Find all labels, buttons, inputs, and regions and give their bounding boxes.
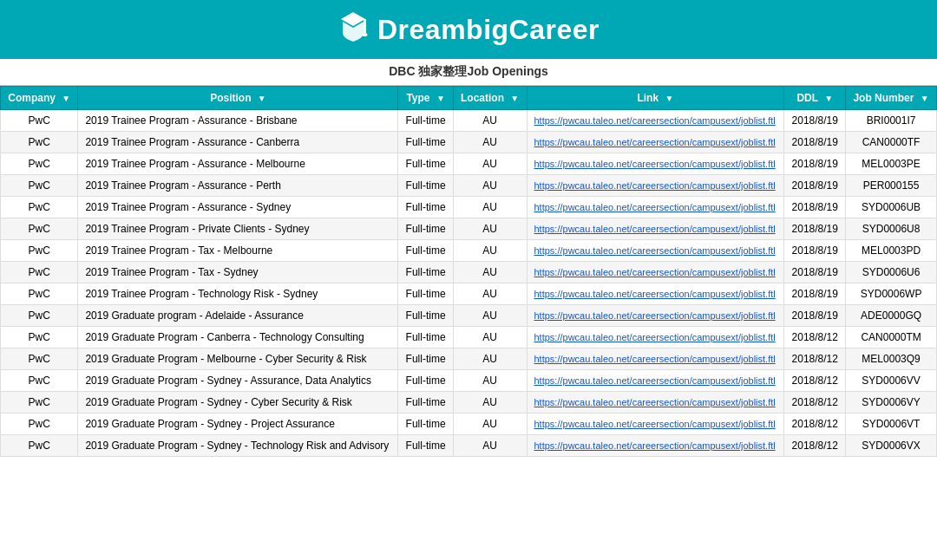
cell-link[interactable]: https://pwcau.taleo.net/careersection/ca… (527, 392, 784, 413)
cell-link[interactable]: https://pwcau.taleo.net/careersection/ca… (527, 370, 784, 392)
cell-position: 2019 Graduate Program - Sydney - Assuran… (78, 370, 398, 392)
cell-type: Full-time (398, 197, 453, 218)
job-link[interactable]: https://pwcau.taleo.net/careersection/ca… (534, 267, 776, 277)
job-link[interactable]: https://pwcau.taleo.net/careersection/ca… (534, 440, 776, 451)
cell-location: AU (453, 413, 527, 435)
cell-job-number: CAN0000TF (846, 132, 937, 153)
cell-job-number: SYD0006VT (846, 413, 937, 435)
cell-ddl: 2018/8/19 (784, 110, 846, 132)
job-link[interactable]: https://pwcau.taleo.net/careersection/ca… (534, 137, 776, 147)
cell-type: Full-time (398, 262, 453, 283)
job-link[interactable]: https://pwcau.taleo.net/careersection/ca… (534, 245, 776, 256)
cell-location: AU (453, 110, 527, 132)
cell-type: Full-time (398, 348, 453, 370)
cell-location: AU (453, 153, 527, 175)
subtitle-bar: DBC 独家整理Job Openings (0, 59, 937, 86)
job-link[interactable]: https://pwcau.taleo.net/careersection/ca… (534, 419, 776, 429)
job-number-filter-icon[interactable]: ▼ (921, 94, 929, 103)
cell-ddl: 2018/8/12 (784, 370, 846, 392)
cell-link[interactable]: https://pwcau.taleo.net/careersection/ca… (527, 132, 784, 153)
cell-link[interactable]: https://pwcau.taleo.net/careersection/ca… (527, 197, 784, 218)
svg-rect-0 (364, 19, 366, 33)
job-link[interactable]: https://pwcau.taleo.net/careersection/ca… (534, 397, 776, 407)
cell-location: AU (453, 348, 527, 370)
position-filter-icon[interactable]: ▼ (258, 94, 266, 103)
job-link[interactable]: https://pwcau.taleo.net/careersection/ca… (534, 115, 776, 126)
cell-job-number: ADE0000GQ (846, 305, 937, 327)
table-row: PwC2019 Graduate program - Adelaide - As… (1, 305, 937, 327)
col-position[interactable]: Position ▼ (78, 87, 398, 110)
col-type[interactable]: Type ▼ (398, 87, 453, 110)
table-row: PwC2019 Trainee Program - Assurance - Me… (1, 153, 937, 175)
cell-link[interactable]: https://pwcau.taleo.net/careersection/ca… (527, 218, 784, 240)
company-filter-icon[interactable]: ▼ (62, 94, 70, 103)
cell-link[interactable]: https://pwcau.taleo.net/careersection/ca… (527, 327, 784, 348)
cell-position: 2019 Graduate program - Adelaide - Assur… (78, 305, 398, 327)
col-link[interactable]: Link ▼ (527, 87, 784, 110)
cell-link[interactable]: https://pwcau.taleo.net/careersection/ca… (527, 435, 784, 457)
location-filter-icon[interactable]: ▼ (510, 94, 519, 103)
cell-location: AU (453, 240, 527, 262)
cell-company: PwC (1, 392, 78, 413)
cell-link[interactable]: https://pwcau.taleo.net/careersection/ca… (527, 240, 784, 262)
cell-position: 2019 Trainee Program - Assurance - Canbe… (78, 132, 398, 153)
cell-type: Full-time (398, 240, 453, 262)
link-filter-icon[interactable]: ▼ (665, 94, 673, 103)
cell-job-number: PER000155 (846, 175, 937, 197)
cell-ddl: 2018/8/12 (784, 435, 846, 457)
job-link[interactable]: https://pwcau.taleo.net/careersection/ca… (534, 159, 776, 169)
cell-link[interactable]: https://pwcau.taleo.net/careersection/ca… (527, 153, 784, 175)
cell-location: AU (453, 132, 527, 153)
cell-company: PwC (1, 218, 78, 240)
job-link[interactable]: https://pwcau.taleo.net/careersection/ca… (534, 375, 776, 386)
subtitle-text: DBC 独家整理Job Openings (389, 64, 548, 78)
cell-ddl: 2018/8/12 (784, 413, 846, 435)
cell-ddl: 2018/8/19 (784, 175, 846, 197)
cell-link[interactable]: https://pwcau.taleo.net/careersection/ca… (527, 413, 784, 435)
col-job-number[interactable]: Job Number ▼ (846, 87, 937, 110)
job-link[interactable]: https://pwcau.taleo.net/careersection/ca… (534, 310, 776, 321)
cell-link[interactable]: https://pwcau.taleo.net/careersection/ca… (527, 262, 784, 283)
cell-type: Full-time (398, 370, 453, 392)
svg-point-1 (363, 33, 368, 36)
job-link[interactable]: https://pwcau.taleo.net/careersection/ca… (534, 224, 776, 234)
cell-job-number: MEL0003Q9 (846, 348, 937, 370)
cell-position: 2019 Graduate Program - Sydney - Project… (78, 413, 398, 435)
table-row: PwC2019 Graduate Program - Sydney - Cybe… (1, 392, 937, 413)
cell-link[interactable]: https://pwcau.taleo.net/careersection/ca… (527, 283, 784, 305)
col-company[interactable]: Company ▼ (1, 87, 78, 110)
cell-link[interactable]: https://pwcau.taleo.net/careersection/ca… (527, 305, 784, 327)
cell-job-number: SYD0006UB (846, 197, 937, 218)
table-row: PwC2019 Trainee Program - Technology Ris… (1, 283, 937, 305)
cell-company: PwC (1, 262, 78, 283)
ddl-filter-icon[interactable]: ▼ (824, 94, 833, 103)
cell-location: AU (453, 392, 527, 413)
table-row: PwC2019 Trainee Program - Tax - Melbourn… (1, 240, 937, 262)
type-filter-icon[interactable]: ▼ (436, 94, 445, 103)
cell-link[interactable]: https://pwcau.taleo.net/careersection/ca… (527, 110, 784, 132)
cell-company: PwC (1, 413, 78, 435)
job-link[interactable]: https://pwcau.taleo.net/careersection/ca… (534, 354, 776, 364)
cell-position: 2019 Trainee Program - Assurance - Perth (78, 175, 398, 197)
job-link[interactable]: https://pwcau.taleo.net/careersection/ca… (534, 202, 776, 212)
cell-type: Full-time (398, 153, 453, 175)
cell-type: Full-time (398, 327, 453, 348)
cell-ddl: 2018/8/12 (784, 392, 846, 413)
col-location[interactable]: Location ▼ (453, 87, 527, 110)
cell-link[interactable]: https://pwcau.taleo.net/careersection/ca… (527, 175, 784, 197)
cell-position: 2019 Trainee Program - Assurance - Brisb… (78, 110, 398, 132)
job-link[interactable]: https://pwcau.taleo.net/careersection/ca… (534, 180, 776, 191)
cell-company: PwC (1, 370, 78, 392)
cell-position: 2019 Trainee Program - Assurance - Sydne… (78, 197, 398, 218)
cell-ddl: 2018/8/19 (784, 305, 846, 327)
cell-ddl: 2018/8/19 (784, 262, 846, 283)
cell-location: AU (453, 435, 527, 457)
table-row: PwC2019 Graduate Program - Melbourne - C… (1, 348, 937, 370)
col-ddl[interactable]: DDL ▼ (784, 87, 846, 110)
jobs-table: Company ▼ Position ▼ Type ▼ Location ▼ L… (0, 86, 937, 457)
job-link[interactable]: https://pwcau.taleo.net/careersection/ca… (534, 289, 776, 299)
cell-link[interactable]: https://pwcau.taleo.net/careersection/ca… (527, 348, 784, 370)
job-link[interactable]: https://pwcau.taleo.net/careersection/ca… (534, 332, 776, 342)
cell-job-number: SYD0006VX (846, 435, 937, 457)
cell-location: AU (453, 370, 527, 392)
